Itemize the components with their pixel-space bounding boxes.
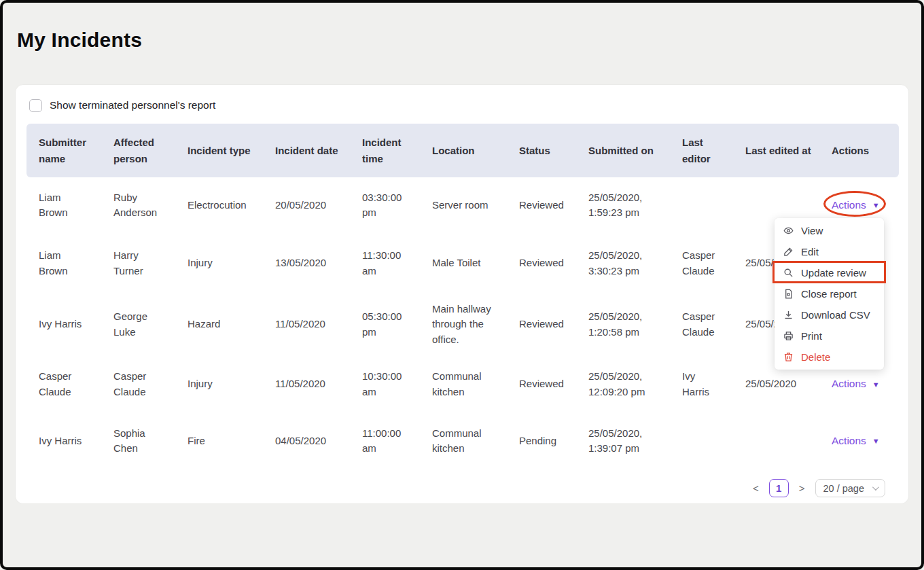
page-size-value: 20 / page bbox=[823, 483, 864, 494]
cell-submitter-name: Liam Brown bbox=[39, 190, 88, 221]
col-header-incident-time: Incident time bbox=[350, 124, 420, 177]
menu-item-close-report[interactable]: Close report bbox=[775, 283, 884, 304]
actions-button-label: Actions bbox=[832, 435, 866, 447]
row-actions-button[interactable]: Actions ▼ bbox=[832, 378, 880, 390]
cell-status: Reviewed bbox=[507, 355, 576, 413]
printer-icon bbox=[783, 331, 794, 341]
actions-dropdown-menu: View Edit Update review Close report Dow… bbox=[775, 218, 884, 370]
col-header-submitter-name: Submitter name bbox=[26, 124, 101, 177]
cell-status: Reviewed bbox=[507, 177, 576, 233]
row-actions-button[interactable]: Actions ▼ bbox=[832, 199, 880, 211]
menu-item-print[interactable]: Print bbox=[775, 325, 884, 346]
caret-down-icon: ▼ bbox=[872, 380, 880, 389]
pagination-prev-button[interactable]: < bbox=[750, 481, 762, 495]
menu-item-view[interactable]: View bbox=[775, 220, 884, 241]
menu-item-label: Update review bbox=[801, 267, 866, 279]
col-header-actions: Actions bbox=[819, 124, 899, 177]
cell-submitter-name: Ivy Harris bbox=[39, 317, 82, 332]
cell-submitted-on: 25/05/2020, 12:09:20 pm bbox=[576, 355, 670, 413]
menu-item-edit[interactable]: Edit bbox=[775, 241, 884, 262]
show-terminated-checkbox[interactable] bbox=[29, 99, 42, 112]
menu-item-download-csv[interactable]: Download CSV bbox=[775, 304, 884, 325]
cell-incident-type: Fire bbox=[175, 413, 263, 469]
table-header-row: Submitter name Affected person Incident … bbox=[26, 124, 899, 177]
cell-incident-date: 11/05/2020 bbox=[263, 293, 350, 355]
cell-location: Server room bbox=[420, 177, 507, 233]
col-header-incident-date: Incident date bbox=[263, 124, 350, 177]
cell-location: Communal kitchen bbox=[420, 413, 507, 469]
actions-button-label: Actions bbox=[832, 199, 866, 211]
col-header-status: Status bbox=[507, 124, 576, 177]
incidents-table: Submitter name Affected person Incident … bbox=[26, 124, 899, 469]
file-icon bbox=[783, 289, 794, 299]
menu-item-label: Edit bbox=[801, 246, 819, 257]
menu-item-label: Close report bbox=[801, 288, 857, 300]
table-row: Liam Brown Ruby Anderson Electrocution 2… bbox=[26, 177, 899, 233]
cell-location: Male Toilet bbox=[420, 233, 507, 293]
cell-incident-type: Injury bbox=[175, 355, 263, 413]
cell-last-editor: Ivy Harris bbox=[682, 369, 724, 399]
row-actions-button[interactable]: Actions ▼ bbox=[832, 435, 880, 447]
cell-last-edited-at bbox=[733, 413, 819, 469]
col-header-affected-person: Affected person bbox=[101, 124, 175, 177]
cell-submitted-on: 25/05/2020, 1:39:07 pm bbox=[576, 413, 670, 469]
actions-button-label: Actions bbox=[832, 378, 866, 390]
cell-location: Main hallway through the office. bbox=[420, 293, 507, 355]
cell-incident-type: Electrocution bbox=[175, 177, 263, 233]
cell-affected-person: Sophia Chen bbox=[113, 426, 162, 457]
menu-item-label: Delete bbox=[801, 351, 830, 363]
table-row: Casper Claude Casper Claude Injury 11/05… bbox=[26, 355, 899, 413]
cell-incident-type: Hazard bbox=[175, 293, 263, 355]
cell-incident-time: 05:30:00 pm bbox=[362, 309, 410, 340]
cell-incident-type: Injury bbox=[175, 233, 263, 293]
cell-status: Reviewed bbox=[507, 233, 576, 293]
col-header-last-edited-at: Last edited at bbox=[733, 124, 819, 177]
cell-last-editor: Casper Claude bbox=[682, 309, 724, 340]
cell-affected-person: Ruby Anderson bbox=[113, 190, 162, 221]
pencil-icon bbox=[783, 247, 794, 257]
col-header-location: Location bbox=[420, 124, 507, 177]
table-row: Liam Brown Harry Turner Injury 13/05/202… bbox=[26, 233, 899, 293]
col-header-incident-type: Incident type bbox=[175, 124, 263, 177]
show-terminated-label: Show terminated personnel's report bbox=[50, 99, 215, 111]
menu-item-label: View bbox=[801, 225, 823, 236]
cell-affected-person: George Luke bbox=[113, 309, 162, 340]
magnifier-icon bbox=[783, 268, 794, 278]
cell-submitter-name: Ivy Harris bbox=[39, 433, 82, 449]
cell-submitter-name: Liam Brown bbox=[39, 248, 88, 279]
cell-location: Communal kitchen bbox=[420, 355, 507, 413]
cell-submitter-name: Casper Claude bbox=[39, 369, 88, 399]
menu-item-label: Download CSV bbox=[801, 309, 870, 321]
cell-incident-time: 03:30:00 pm bbox=[362, 190, 410, 221]
col-header-last-editor: Last editor bbox=[670, 124, 733, 177]
cell-incident-time: 11:30:00 am bbox=[362, 248, 410, 279]
cell-incident-date: 11/05/2020 bbox=[263, 355, 350, 413]
table-row: Ivy Harris George Luke Hazard 11/05/2020… bbox=[26, 293, 899, 355]
page-title: My Incidents bbox=[17, 29, 142, 52]
menu-item-update-review[interactable]: Update review bbox=[775, 262, 884, 283]
cell-last-editor: Casper Claude bbox=[682, 248, 724, 279]
pagination-next-button[interactable]: > bbox=[796, 481, 808, 495]
caret-down-icon: ▼ bbox=[872, 200, 880, 209]
eye-icon bbox=[783, 226, 794, 236]
col-header-submitted-on: Submitted on bbox=[576, 124, 670, 177]
cell-incident-date: 13/05/2020 bbox=[263, 233, 350, 293]
trash-icon bbox=[783, 352, 794, 362]
cell-incident-time: 11:00:00 am bbox=[362, 426, 410, 457]
cell-incident-date: 04/05/2020 bbox=[263, 413, 350, 469]
menu-item-label: Print bbox=[801, 330, 822, 342]
cell-submitted-on: 25/05/2020, 1:20:58 pm bbox=[576, 293, 670, 355]
menu-item-delete[interactable]: Delete bbox=[775, 346, 884, 368]
chevron-down-icon bbox=[872, 484, 879, 491]
pagination: < 1 > 20 / page bbox=[26, 479, 885, 497]
page-size-select[interactable]: 20 / page bbox=[815, 479, 885, 497]
download-icon bbox=[783, 310, 794, 320]
terminated-filter-row: Show terminated personnel's report bbox=[29, 97, 898, 113]
caret-down-icon: ▼ bbox=[872, 436, 880, 445]
cell-affected-person: Casper Claude bbox=[113, 369, 162, 399]
cell-status: Pending bbox=[507, 413, 576, 469]
pagination-page-1[interactable]: 1 bbox=[769, 479, 789, 497]
table-row: Ivy Harris Sophia Chen Fire 04/05/2020 1… bbox=[26, 413, 899, 469]
cell-status: Reviewed bbox=[507, 293, 576, 355]
cell-incident-time: 10:30:00 am bbox=[362, 369, 410, 399]
